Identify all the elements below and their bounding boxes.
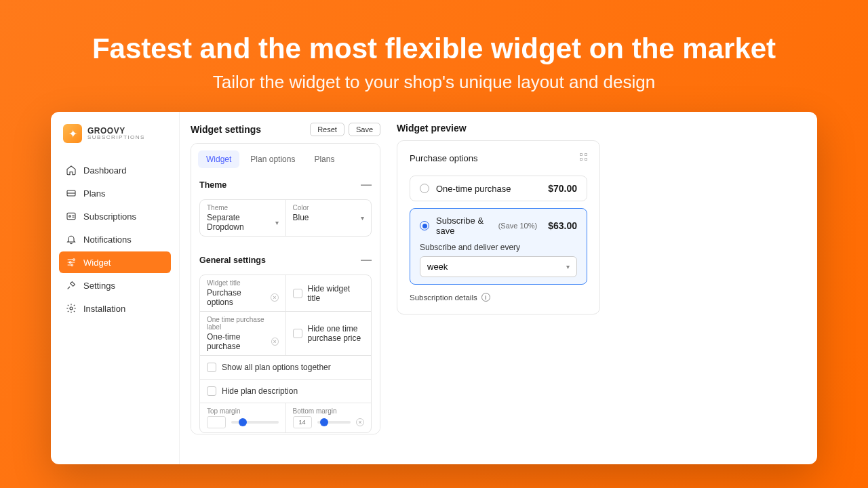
widget-title-input[interactable]: Widget title Purchase options× (200, 275, 286, 311)
chevron-down-icon: ▾ (275, 219, 279, 226)
sidebar-item-label: Notifications (83, 235, 132, 245)
sidebar-item-label: Settings (83, 281, 115, 291)
logo-text-2: SUBSCRIPTIONS (87, 135, 145, 140)
settings-heading: Widget settings (191, 124, 261, 135)
sidebar-item-label: Widget (83, 258, 111, 268)
home-icon (66, 165, 77, 176)
collapse-icon[interactable]: — (361, 179, 372, 191)
sidebar-item-widget[interactable]: Widget (59, 251, 171, 273)
sidebar-item-label: Plans (83, 188, 106, 199)
svg-point-6 (70, 307, 73, 310)
expand-icon[interactable] (580, 153, 587, 161)
clear-icon[interactable]: × (271, 293, 278, 302)
hero-banner: Fastest and the most flexible widget on … (0, 0, 868, 112)
tab-plan-options[interactable]: Plan options (242, 150, 303, 168)
sliders-icon (66, 257, 77, 268)
show-all-checkbox[interactable] (207, 363, 216, 372)
tray-icon (66, 188, 77, 199)
logo: ✦ GROOVY SUBSCRIPTIONS (59, 124, 171, 143)
hide-desc-checkbox[interactable] (207, 386, 216, 396)
sidebar-item-installation[interactable]: Installation (59, 298, 171, 319)
top-margin-value[interactable] (207, 416, 226, 428)
save-button[interactable]: Save (349, 123, 380, 136)
sidebar-item-settings[interactable]: Settings (59, 274, 171, 296)
clear-icon[interactable]: × (271, 338, 279, 346)
interval-select[interactable]: week ▾ (420, 256, 577, 277)
one-time-price: $70.00 (548, 183, 577, 194)
sidebar-item-subscriptions[interactable]: Subscriptions (59, 205, 171, 227)
tab-widget[interactable]: Widget (198, 150, 239, 168)
sidebar-item-label: Installation (83, 304, 125, 314)
info-icon: i (481, 293, 490, 302)
tab-plans[interactable]: Plans (306, 150, 342, 168)
sidebar-item-label: Dashboard (83, 165, 127, 176)
chevron-down-icon: ▾ (361, 214, 364, 222)
clear-icon[interactable]: × (356, 418, 364, 426)
tools-icon (66, 280, 77, 291)
theme-heading: Theme (199, 180, 226, 190)
sidebar-item-dashboard[interactable]: Dashboard (59, 159, 171, 181)
bottom-margin-value[interactable]: 14 (293, 416, 312, 428)
reset-button[interactable]: Reset (310, 123, 344, 136)
settings-column: Widget settings Reset Save Widget Plan o… (191, 123, 380, 453)
subscribe-price: $63.00 (548, 220, 577, 231)
gear-icon (66, 303, 77, 314)
purchase-options-title: Purchase options (410, 153, 477, 163)
hide-one-time-checkbox[interactable] (293, 329, 302, 338)
bell-icon (66, 234, 77, 245)
radio-one-time[interactable] (420, 184, 429, 193)
theme-select[interactable]: Theme Separate Dropdown▾ (200, 200, 286, 236)
app-window: ✦ GROOVY SUBSCRIPTIONS Dashboard Plans S… (51, 112, 817, 464)
sidebar: ✦ GROOVY SUBSCRIPTIONS Dashboard Plans S… (51, 112, 180, 464)
hero-subtitle: Tailor the widget to your shop's unique … (14, 72, 854, 93)
deliver-label: Subscribe and deliver every (420, 243, 577, 252)
chevron-down-icon: ▾ (566, 263, 570, 270)
color-select[interactable]: Color Blue▾ (286, 200, 372, 236)
hide-widget-title-checkbox[interactable] (293, 289, 302, 298)
color-label: Color (293, 204, 365, 211)
settings-card: Widget Plan options Plans Theme — Theme … (191, 143, 380, 434)
preview-column: Widget preview Purchase options One-time… (397, 123, 806, 453)
preview-card: Purchase options One-time purchase $70.0… (397, 140, 600, 314)
sidebar-item-plans[interactable]: Plans (59, 182, 171, 204)
svg-rect-1 (67, 213, 75, 219)
radio-subscribe[interactable] (420, 221, 429, 230)
sidebar-item-notifications[interactable]: Notifications (59, 228, 171, 250)
bottom-margin-slider[interactable] (317, 421, 351, 424)
one-time-label-input[interactable]: One time purchase label One-time purchas… (200, 312, 286, 355)
logo-mark-icon: ✦ (63, 124, 82, 143)
svg-point-3 (73, 259, 75, 261)
top-margin-slider[interactable] (231, 421, 279, 424)
subscription-details-link[interactable]: Subscription details i (410, 293, 587, 302)
hero-title: Fastest and the most flexible widget on … (14, 33, 854, 65)
preview-heading: Widget preview (397, 123, 467, 134)
theme-label: Theme (207, 204, 279, 211)
svg-point-5 (71, 264, 73, 266)
sidebar-item-label: Subscriptions (83, 211, 136, 222)
general-heading: General settings (199, 256, 266, 265)
collapse-icon[interactable]: — (361, 254, 372, 266)
id-icon (66, 211, 77, 222)
option-one-time[interactable]: One-time purchase $70.00 (410, 176, 587, 201)
svg-point-2 (69, 216, 71, 218)
option-subscribe[interactable]: Subscribe & save (Save 10%) $63.00 Subsc… (410, 208, 587, 285)
content-area: Widget settings Reset Save Widget Plan o… (180, 112, 817, 464)
save-badge: (Save 10%) (498, 222, 537, 230)
